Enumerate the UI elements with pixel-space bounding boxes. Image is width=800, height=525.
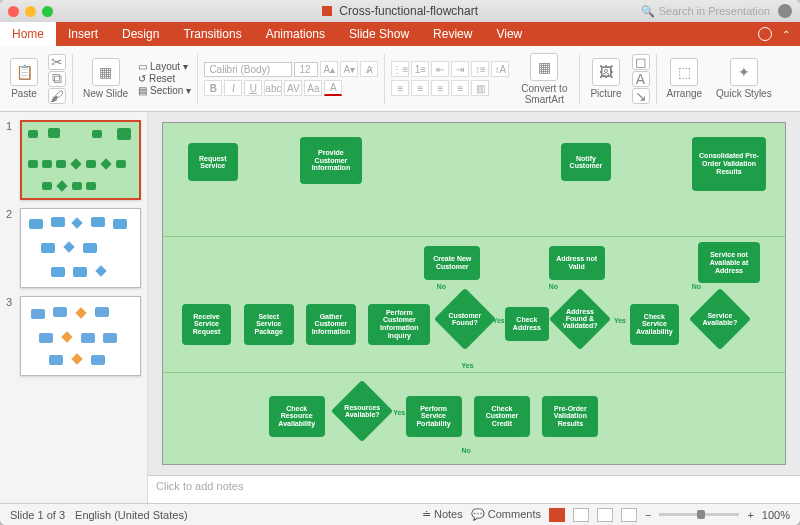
align-left-button[interactable]: ≡	[391, 80, 409, 96]
copy-button[interactable]: ⧉	[48, 71, 66, 87]
node-check-svc[interactable]: Check Service Availability	[630, 304, 680, 345]
arrange-button[interactable]: ⬚	[670, 58, 698, 86]
slide-indicator: Slide 1 of 3	[10, 509, 65, 521]
quick-styles-button[interactable]: ✦	[730, 58, 758, 86]
justify-button[interactable]: ≡	[451, 80, 469, 96]
numbering-button[interactable]: 1≡	[411, 61, 429, 77]
node-res-avail[interactable]: Resources Available?	[340, 389, 384, 433]
node-check-addr[interactable]: Check Address	[505, 307, 549, 341]
notes-pane[interactable]: Click to add notes	[148, 475, 800, 503]
clear-format-button[interactable]: A̷	[360, 61, 378, 77]
node-provide-info[interactable]: Provide Customer Information	[300, 137, 362, 185]
align-center-button[interactable]: ≡	[411, 80, 429, 96]
tab-view[interactable]: View	[484, 22, 534, 46]
paste-label: Paste	[11, 88, 37, 99]
node-receive[interactable]: Receive Service Request	[182, 304, 232, 345]
smartart-button[interactable]: ▦	[530, 53, 558, 81]
underline-button[interactable]: U	[244, 80, 262, 96]
node-create-new[interactable]: Create New Customer	[424, 246, 480, 280]
reset-button[interactable]: ↺ Reset	[138, 73, 191, 84]
search-input[interactable]: 🔍 Search in Presentation	[641, 5, 770, 18]
slide-panel[interactable]: 1	[0, 112, 148, 503]
user-avatar[interactable]	[778, 4, 792, 18]
zoom-out-button[interactable]: −	[645, 509, 651, 521]
node-svc-not-avail[interactable]: Service not Available at Address	[698, 242, 760, 283]
tab-home[interactable]: Home	[0, 22, 56, 46]
font-name-select[interactable]: Calibri (Body)	[204, 62, 292, 77]
slide-thumbnail-1[interactable]	[20, 120, 141, 200]
minimize-button[interactable]	[25, 6, 36, 17]
feedback-icon[interactable]	[758, 27, 772, 41]
columns-button[interactable]: ▥	[471, 80, 489, 96]
layout-button[interactable]: ▭ Layout ▾	[138, 61, 191, 72]
grow-font-button[interactable]: A▴	[320, 61, 338, 77]
quick-styles-label: Quick Styles	[716, 88, 772, 99]
normal-view-button[interactable]	[549, 508, 565, 522]
new-slide-button[interactable]: ▦	[92, 58, 120, 86]
tab-animations[interactable]: Animations	[254, 22, 337, 46]
font-color-button[interactable]: A	[324, 80, 342, 96]
paste-group: 📋 Paste	[6, 50, 42, 107]
node-gather[interactable]: Gather Customer Information	[306, 304, 356, 345]
indent-more-button[interactable]: ⇥	[451, 61, 469, 77]
section-button[interactable]: ▤ Section ▾	[138, 85, 191, 96]
format-painter-button[interactable]: 🖌	[48, 88, 66, 104]
node-preorder[interactable]: Pre-Order Validation Results	[542, 396, 598, 437]
language-indicator[interactable]: English (United States)	[75, 509, 188, 521]
reading-view-button[interactable]	[597, 508, 613, 522]
slide-content[interactable]: Request Service Provide Customer Informa…	[162, 122, 786, 465]
italic-button[interactable]: I	[224, 80, 242, 96]
line-spacing-button[interactable]: ↕≡	[471, 61, 489, 77]
node-check-res[interactable]: Check Resource Availability	[269, 396, 325, 437]
label-no: No	[437, 283, 446, 290]
shapes-button[interactable]: ◻	[632, 54, 650, 70]
cut-button[interactable]: ✂	[48, 54, 66, 70]
spacing-button[interactable]: Aa	[304, 80, 322, 96]
tab-review[interactable]: Review	[421, 22, 484, 46]
tab-slideshow[interactable]: Slide Show	[337, 22, 421, 46]
tab-transitions[interactable]: Transitions	[171, 22, 253, 46]
strike-button[interactable]: abc	[264, 80, 282, 96]
node-request-service[interactable]: Request Service	[188, 143, 238, 181]
node-svc-avail[interactable]: Service Available?	[698, 297, 742, 341]
zoom-slider[interactable]	[659, 513, 739, 516]
close-button[interactable]	[8, 6, 19, 17]
sorter-view-button[interactable]	[573, 508, 589, 522]
tab-insert[interactable]: Insert	[56, 22, 110, 46]
comments-toggle[interactable]: 💬 Comments	[471, 508, 541, 521]
zoom-level[interactable]: 100%	[762, 509, 790, 521]
zoom-in-button[interactable]: +	[747, 509, 753, 521]
font-size-select[interactable]: 12	[294, 62, 318, 77]
node-addr-not-valid[interactable]: Address not Valid	[549, 246, 605, 280]
canvas[interactable]: Request Service Provide Customer Informa…	[148, 112, 800, 475]
slide-thumbnail-3[interactable]	[20, 296, 141, 376]
slideshow-view-button[interactable]	[621, 508, 637, 522]
bullets-button[interactable]: ⋮≡	[391, 61, 409, 77]
node-check-credit[interactable]: Check Customer Credit	[474, 396, 530, 437]
collapse-ribbon-icon[interactable]: ⌃	[782, 29, 790, 40]
align-right-button[interactable]: ≡	[431, 80, 449, 96]
node-addr-found[interactable]: Address Found & Validated?	[558, 297, 602, 341]
indent-less-button[interactable]: ⇤	[431, 61, 449, 77]
thumb-number: 3	[6, 296, 16, 376]
node-customer-found[interactable]: Customer Found?	[443, 297, 487, 341]
maximize-button[interactable]	[42, 6, 53, 17]
node-consolidated[interactable]: Consolidated Pre-Order Validation Result…	[692, 137, 767, 192]
app-window: Cross-functional-flowchart 🔍 Search in P…	[0, 0, 800, 525]
slide-thumbnail-2[interactable]	[20, 208, 141, 288]
shadow-button[interactable]: AV	[284, 80, 302, 96]
shrink-font-button[interactable]: A▾	[340, 61, 358, 77]
textbox-button[interactable]: A	[632, 71, 650, 87]
node-perform-inquiry[interactable]: Perform Customer Information Inquiry	[368, 304, 430, 345]
node-select-pkg[interactable]: Select Service Package	[244, 304, 294, 345]
notes-toggle[interactable]: ≐ Notes	[422, 508, 463, 521]
paste-button[interactable]: 📋	[10, 58, 38, 86]
text-direction-button[interactable]: ↕A	[491, 61, 509, 77]
tab-design[interactable]: Design	[110, 22, 171, 46]
node-perform-port[interactable]: Perform Service Portability	[406, 396, 462, 437]
picture-button[interactable]: 🖼	[592, 58, 620, 86]
bold-button[interactable]: B	[204, 80, 222, 96]
node-notify[interactable]: Notify Customer	[561, 143, 611, 181]
thumb-number: 1	[6, 120, 16, 200]
line-button[interactable]: ↘	[632, 88, 650, 104]
